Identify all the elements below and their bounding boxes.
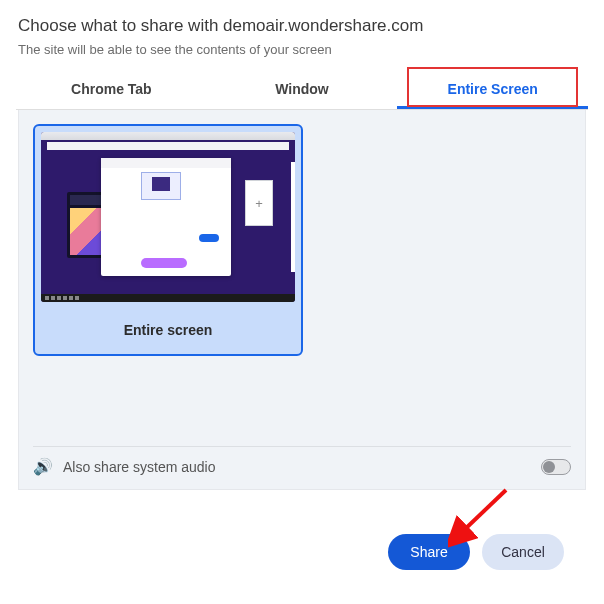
tab-window[interactable]: Window — [207, 71, 398, 109]
dialog-subtitle: The site will be able to see the content… — [18, 42, 586, 57]
tab-entire-screen-label: Entire Screen — [448, 81, 538, 97]
screen-thumbnail — [41, 132, 295, 302]
footer: Share Cancel — [18, 490, 586, 570]
tab-entire-screen[interactable]: Entire Screen — [397, 71, 588, 109]
screen-option-label: Entire screen — [41, 302, 295, 346]
tab-chrome-tab[interactable]: Chrome Tab — [16, 71, 207, 109]
audio-row: 🔊 Also share system audio — [33, 446, 571, 475]
screen-option-card[interactable]: Entire screen — [33, 124, 303, 356]
sound-icon: 🔊 — [33, 459, 53, 475]
content-area: Entire screen 🔊 Also share system audio — [18, 110, 586, 490]
audio-label: Also share system audio — [63, 459, 216, 475]
share-button[interactable]: Share — [388, 534, 470, 570]
cancel-button[interactable]: Cancel — [482, 534, 564, 570]
audio-toggle[interactable] — [541, 459, 571, 475]
dialog-title: Choose what to share with demoair.wonder… — [18, 16, 586, 36]
tab-bar: Chrome Tab Window Entire Screen — [16, 71, 588, 110]
